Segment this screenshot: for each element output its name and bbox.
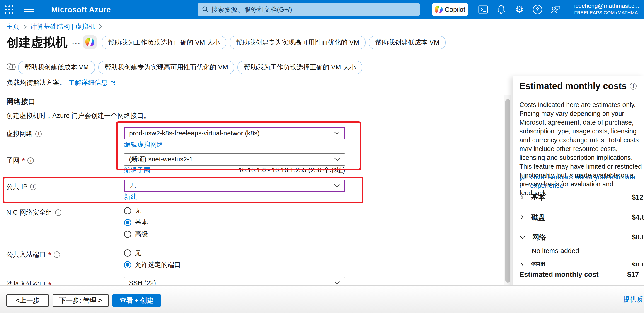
chevron-right-icon: [23, 24, 27, 30]
notifications-button[interactable]: [494, 0, 508, 19]
app-launcher-button[interactable]: [2, 0, 16, 19]
terminal-icon: [478, 5, 488, 14]
feedback-button[interactable]: [548, 0, 563, 19]
cost-row-basic[interactable]: 基本 $12.9: [519, 193, 642, 202]
inbound-ports-label: 公共入站端口 *: [6, 250, 60, 259]
bell-icon: [497, 5, 506, 14]
learn-more-link[interactable]: 了解详细信息: [68, 78, 108, 87]
radio-ports-none[interactable]: 无: [124, 249, 142, 258]
chevron-right-icon: [519, 194, 524, 200]
next-step-button[interactable]: 下一步: 管理 >: [52, 295, 109, 307]
chevron-down-icon: [334, 131, 340, 135]
breadcrumb-section-link[interactable]: 计算基础结构 | 虚拟机: [30, 22, 95, 31]
wizard-footer: <上一步 下一步: 管理 > 查看 + 创建 提供反馈: [0, 285, 644, 313]
radio-nsg-basic[interactable]: 基本: [124, 218, 148, 227]
external-link-icon: [110, 80, 116, 86]
chevron-right-icon: [98, 24, 102, 30]
chevron-right-icon: [519, 262, 524, 266]
copilot-chip[interactable]: 帮助我为工作负载选择正确的 VM 大小: [238, 61, 362, 74]
cost-total-row: Estimated monthly cost $17: [512, 266, 644, 286]
radio-icon: [124, 207, 131, 214]
info-icon[interactable]: [30, 184, 36, 190]
copilot-logo-icon: [435, 6, 442, 13]
radio-ports-allow-selected[interactable]: 允许选定的端口: [124, 260, 181, 269]
vnet-value: prod-usw2-k8s-freeleaps-virtual-networ (…: [129, 130, 260, 137]
radio-selected-icon: [124, 261, 131, 269]
info-icon[interactable]: [35, 131, 42, 137]
chevron-down-icon: [334, 281, 340, 285]
cost-rows: 基本 $12.9 磁盘 $4.8 网络 $0.0 No items added …: [512, 76, 644, 266]
public-ip-value: 无: [129, 181, 136, 190]
subnet-label: 子网 *: [6, 156, 34, 165]
settings-button[interactable]: ⚙: [512, 0, 526, 19]
cost-total-value: $17: [627, 271, 639, 279]
copilot-logo-icon: [86, 38, 94, 46]
waffle-icon: [4, 5, 14, 14]
network-empty-text: No items added: [532, 247, 579, 255]
radio-icon: [124, 231, 131, 238]
help-button[interactable]: ?: [530, 0, 545, 19]
page-title: 创建虚拟机: [6, 34, 68, 51]
radio-selected-icon: [124, 219, 131, 226]
cost-row-management[interactable]: 管理 $0.0: [519, 261, 642, 266]
cost-row-network[interactable]: 网络 $0.0: [519, 232, 642, 242]
footer-feedback-label: 提供反馈: [623, 295, 644, 304]
subnet-value: (新项) snet-westus2-1: [129, 155, 193, 164]
public-ip-dropdown[interactable]: 无: [124, 179, 345, 192]
account-info[interactable]: icecheng@mathmast.c... FREELEAPS.COM (MA…: [574, 2, 644, 16]
subnet-address-range: 10.10.1.0 - 10.10.1.255 (256 个地址): [222, 166, 345, 175]
subnet-dropdown[interactable]: (新项) snet-westus2-1: [124, 153, 345, 165]
footer-feedback-link[interactable]: 提供反馈: [620, 295, 644, 304]
edit-subnet-link[interactable]: 编辑子网: [124, 166, 150, 175]
radio-nsg-advanced[interactable]: 高级: [124, 230, 148, 239]
info-icon[interactable]: [55, 209, 62, 216]
previous-step-button[interactable]: <上一步: [6, 295, 49, 307]
copilot-button[interactable]: Copilot: [432, 3, 468, 16]
info-icon[interactable]: [28, 157, 34, 164]
top-bar: Microsoft Azure Copilot ⚙ ? icecheng@mat: [0, 0, 644, 19]
review-create-button[interactable]: 查看 + 创建: [112, 295, 161, 307]
help-icon: ?: [533, 5, 542, 14]
cost-row-disk[interactable]: 磁盘 $4.8: [519, 213, 642, 222]
breadcrumb: 主页 计算基础结构 | 虚拟机: [6, 22, 102, 31]
global-search[interactable]: [198, 3, 420, 16]
copilot-chip[interactable]: 帮助我为工作负载选择正确的 VM 大小: [102, 36, 226, 49]
copilot-chip[interactable]: 帮助我创建低成本 VM: [369, 36, 446, 49]
info-icon[interactable]: [54, 252, 60, 258]
search-input[interactable]: [210, 6, 420, 13]
create-new-link[interactable]: 新建: [124, 192, 137, 201]
section-heading: 网络接口: [6, 97, 35, 107]
hamburger-icon: [24, 9, 34, 10]
copilot-suggestion-row-1: 帮助我为工作负载选择正确的 VM 大小 帮助我创建专为实现高可用性而优化的 VM…: [102, 36, 446, 49]
estimated-costs-panel: Estimated monthly costs Costs indicated …: [512, 76, 644, 313]
brand-title[interactable]: Microsoft Azure: [51, 0, 111, 19]
intro-text: 负载均衡解决方案。: [7, 78, 66, 87]
more-menu-button[interactable]: ···: [72, 40, 81, 47]
scrollbar-thumb[interactable]: [505, 99, 510, 283]
person-feedback-icon: [550, 5, 561, 14]
chevron-down-icon: [334, 158, 340, 161]
account-tenant: FREELEAPS.COM (MATHMA...: [574, 10, 644, 16]
cost-total-label: Estimated monthly cost: [519, 271, 599, 279]
azure-portal-page: Microsoft Azure Copilot ⚙ ? icecheng@mat: [0, 0, 644, 313]
account-email: icecheng@mathmast.c...: [574, 2, 644, 10]
cloud-shell-button[interactable]: [476, 0, 490, 19]
copilot-outline-icon: [6, 61, 16, 73]
breadcrumb-home-link[interactable]: 主页: [6, 22, 20, 31]
radio-nsg-none[interactable]: 无: [124, 206, 142, 215]
copilot-label: Copilot: [445, 6, 465, 13]
portal-menu-button[interactable]: [21, 0, 36, 19]
copilot-chip[interactable]: 帮助我创建专为实现高可用性而优化的 VM: [98, 61, 234, 74]
vnet-dropdown[interactable]: prod-usw2-k8s-freeleaps-virtual-networ (…: [124, 127, 345, 139]
copilot-suggestion-row-2: 帮助我创建低成本 VM 帮助我创建专为实现高可用性而优化的 VM 帮助我为工作负…: [18, 61, 362, 74]
section-description: 创建虚拟机时，Azure 门户会创建一个网络接口。: [6, 111, 150, 120]
copilot-chip[interactable]: 帮助我创建专为实现高可用性而优化的 VM: [230, 36, 366, 49]
copilot-badge-button[interactable]: [83, 35, 96, 49]
nic-nsg-label: NIC 网络安全组: [6, 208, 62, 217]
edit-vnet-link[interactable]: 编辑虚拟网络: [124, 140, 164, 149]
search-icon: [202, 6, 210, 13]
gear-icon: ⚙: [515, 5, 524, 14]
intro-line: 负载均衡解决方案。 了解详细信息: [7, 78, 116, 87]
copilot-chip[interactable]: 帮助我创建低成本 VM: [18, 61, 95, 74]
public-ip-label: 公共 IP: [6, 182, 36, 191]
